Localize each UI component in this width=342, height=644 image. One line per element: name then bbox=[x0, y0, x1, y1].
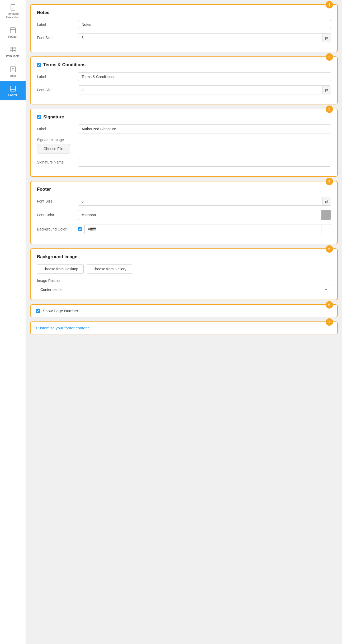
notes-fontsize-label: Font Size bbox=[37, 36, 74, 40]
footer-badge: 4 bbox=[326, 178, 333, 185]
signature-name-input[interactable] bbox=[78, 158, 331, 167]
signature-name-row: Signature Name bbox=[37, 158, 331, 167]
footer-fontcolor-swatch[interactable] bbox=[321, 210, 331, 220]
notes-fontsize-wrapper: pt bbox=[78, 33, 331, 42]
terms-section: 2 Terms & Conditions Label Font Size pt bbox=[30, 56, 338, 104]
svg-rect-12 bbox=[10, 86, 16, 91]
signature-image-label: Signature image bbox=[37, 138, 331, 142]
footer-title: Footer bbox=[37, 187, 331, 192]
show-page-number-section: Show Page Number 6 bbox=[30, 304, 338, 317]
signature-label-row: Label bbox=[37, 124, 331, 133]
terms-checkbox[interactable] bbox=[37, 63, 41, 67]
table-icon bbox=[9, 46, 17, 53]
signature-badge: 3 bbox=[326, 105, 333, 113]
choose-from-gallery-button[interactable]: Choose from Gallery bbox=[87, 264, 132, 274]
footer-fontsize-wrapper: pt bbox=[78, 197, 331, 206]
footer-bgcolor-color-row bbox=[84, 224, 331, 234]
svg-text:Σ: Σ bbox=[12, 68, 14, 72]
image-position-row: Image Position Center center Top left To… bbox=[37, 278, 331, 294]
terms-label-input[interactable] bbox=[78, 72, 331, 81]
sidebar-item-total[interactable]: Σ Total bbox=[0, 62, 26, 81]
footer-bgcolor-wrapper bbox=[78, 224, 331, 234]
show-page-number-checkbox[interactable] bbox=[36, 309, 40, 313]
sidebar: Template Properties Header Item Table Σ … bbox=[0, 0, 26, 644]
customize-footer-badge: 7 bbox=[326, 318, 333, 326]
sidebar-label-header: Header bbox=[8, 35, 17, 38]
footer-bgcolor-swatch[interactable] bbox=[321, 224, 331, 234]
background-image-section: 5 Background Image Choose from Desktop C… bbox=[30, 248, 338, 300]
sidebar-label-template-properties: Template Properties bbox=[2, 12, 23, 19]
signature-name-label: Signature Name bbox=[37, 160, 74, 164]
terms-fontsize-label: Font Size bbox=[37, 88, 74, 92]
sidebar-label-total: Total bbox=[10, 74, 16, 77]
notes-fontsize-row: Font Size pt bbox=[37, 33, 331, 42]
notes-section: 1 Notes Label Font Size pt bbox=[30, 4, 338, 52]
notes-fontsize-input[interactable] bbox=[78, 33, 322, 42]
image-position-select[interactable]: Center center Top left Top center Top ri… bbox=[37, 285, 331, 294]
signature-title: Signature bbox=[37, 114, 331, 120]
signature-image-row: Signature image Choose File bbox=[37, 138, 331, 153]
background-image-badge: 5 bbox=[326, 245, 333, 253]
sidebar-label-footer: Footer bbox=[8, 93, 17, 97]
footer-fontcolor-input[interactable] bbox=[78, 211, 321, 219]
customize-footer-link[interactable]: Customize your footer content bbox=[36, 326, 89, 330]
terms-fontsize-unit: pt bbox=[322, 86, 331, 94]
notes-label-row: Label bbox=[37, 20, 331, 29]
footer-icon bbox=[9, 85, 17, 92]
footer-bgcolor-checkbox[interactable] bbox=[78, 227, 82, 231]
footer-bgcolor-row: Background Color bbox=[37, 224, 331, 234]
sidebar-item-item-table[interactable]: Item Table bbox=[0, 42, 26, 62]
footer-fontcolor-label: Font Color bbox=[37, 213, 74, 217]
terms-badge: 2 bbox=[326, 53, 333, 61]
footer-fontcolor-wrapper bbox=[78, 210, 331, 220]
signature-checkbox[interactable] bbox=[37, 115, 41, 119]
file-icon bbox=[9, 4, 17, 11]
footer-fontsize-input[interactable] bbox=[78, 197, 322, 205]
sidebar-item-header[interactable]: Header bbox=[0, 23, 26, 42]
sidebar-item-template-properties[interactable]: Template Properties bbox=[0, 0, 26, 23]
customize-footer-section: 7 Customize your footer content bbox=[30, 321, 338, 334]
sidebar-item-footer[interactable]: Footer bbox=[0, 81, 26, 100]
notes-title: Notes bbox=[37, 10, 331, 15]
sigma-icon: Σ bbox=[9, 66, 17, 73]
terms-title: Terms & Conditions bbox=[37, 62, 331, 68]
signature-label-text: Label bbox=[37, 127, 74, 131]
terms-fontsize-input[interactable] bbox=[78, 86, 322, 94]
notes-badge: 1 bbox=[326, 1, 333, 8]
footer-fontsize-label: Font Size bbox=[37, 199, 74, 203]
footer-bgcolor-label: Background Color bbox=[37, 227, 74, 231]
terms-fontsize-row: Font Size pt bbox=[37, 85, 331, 94]
terms-label-text: Label bbox=[37, 75, 74, 79]
header-icon bbox=[9, 27, 17, 34]
choose-file-button[interactable]: Choose File bbox=[37, 144, 70, 153]
svg-rect-4 bbox=[10, 28, 16, 33]
footer-fontcolor-row: Font Color bbox=[37, 210, 331, 220]
svg-rect-6 bbox=[10, 47, 16, 52]
choose-from-desktop-button[interactable]: Choose from Desktop bbox=[37, 264, 84, 274]
show-page-number-label: Show Page Number bbox=[43, 309, 78, 313]
main-content: 1 Notes Label Font Size pt 2 Terms & Con… bbox=[26, 0, 342, 644]
image-position-label: Image Position bbox=[37, 278, 331, 283]
background-image-title: Background Image bbox=[37, 254, 331, 259]
terms-label-row: Label bbox=[37, 72, 331, 81]
footer-fontsize-unit: pt bbox=[322, 197, 331, 205]
signature-section: 3 Signature Label Signature image Choose… bbox=[30, 109, 338, 177]
footer-section: 4 Footer Font Size pt Font Color Backgro… bbox=[30, 181, 338, 244]
show-page-number-badge: 6 bbox=[326, 301, 333, 309]
sidebar-label-item-table: Item Table bbox=[6, 54, 20, 58]
footer-fontsize-row: Font Size pt bbox=[37, 197, 331, 206]
signature-label-input[interactable] bbox=[78, 124, 331, 133]
notes-label-input[interactable] bbox=[78, 20, 331, 29]
terms-fontsize-wrapper: pt bbox=[78, 85, 331, 94]
background-image-buttons: Choose from Desktop Choose from Gallery bbox=[37, 264, 331, 274]
notes-label-text: Label bbox=[37, 22, 74, 27]
svg-rect-0 bbox=[11, 4, 15, 10]
footer-bgcolor-input[interactable] bbox=[85, 225, 321, 233]
notes-fontsize-unit: pt bbox=[322, 33, 331, 42]
